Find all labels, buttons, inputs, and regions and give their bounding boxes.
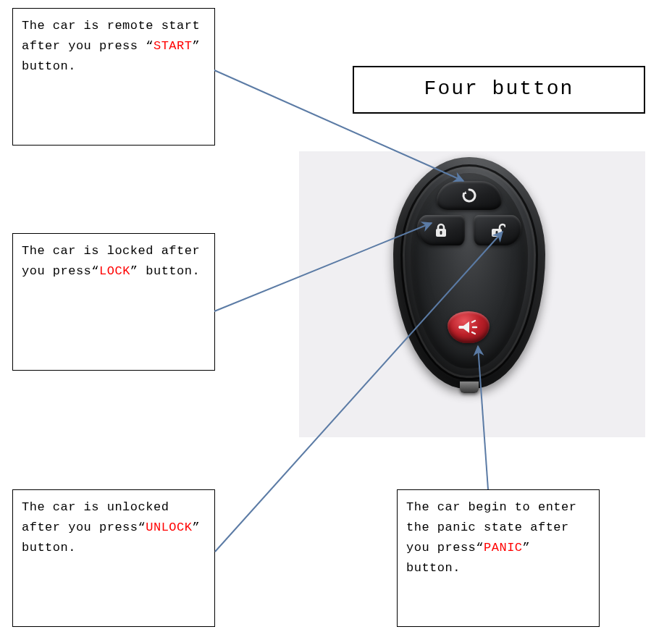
lock-icon [434,222,448,238]
callout-start-quote-close: ” [192,39,200,53]
callout-unlock-keyword: UNLOCK [146,521,192,534]
callout-start-quote-open: “ [146,39,154,53]
callout-lock-quote-close: ” [130,264,138,278]
callout-lock-keyword: LOCK [99,264,130,278]
callout-lock-quote-open: “ [91,264,99,278]
callout-unlock-text-after: button. [22,541,76,555]
callout-panic-text-after: button. [406,561,461,575]
keyfob-unlock-button[interactable] [474,215,521,245]
callout-unlock-quote-open: “ [138,521,146,534]
diagram-title: Four button [353,66,645,114]
unlock-icon [490,222,505,238]
callout-panic: The car begin to enter the panic state a… [397,489,600,627]
keyfob-lock-button[interactable] [417,215,465,245]
keyfob-body [393,157,545,389]
callout-start-keyword: START [154,39,193,53]
callout-unlock-quote-close: ” [192,521,200,534]
svg-rect-1 [440,231,442,235]
callout-start: The car is remote start after you press … [12,8,215,146]
remote-start-icon [457,188,482,203]
diagram-stage: Four button The car is remote start afte… [0,0,672,632]
callout-panic-quote-close: ” [523,541,531,555]
callout-lock-text-after: button. [138,264,201,278]
keyfob-panic-button[interactable] [448,311,490,343]
keyfob-start-button[interactable] [437,181,502,210]
callout-unlock: The car is unlocked after you press“UNLO… [12,489,215,627]
panic-horn-icon [456,319,481,336]
callout-panic-quote-open: “ [476,541,484,555]
callout-panic-keyword: PANIC [484,541,523,555]
callout-start-text-after: button. [22,59,76,73]
callout-lock: The car is locked after you press“LOCK” … [12,233,215,371]
svg-rect-3 [496,231,498,235]
keyfob-keyring-tab [460,382,479,393]
keyfob-photo [299,151,645,437]
